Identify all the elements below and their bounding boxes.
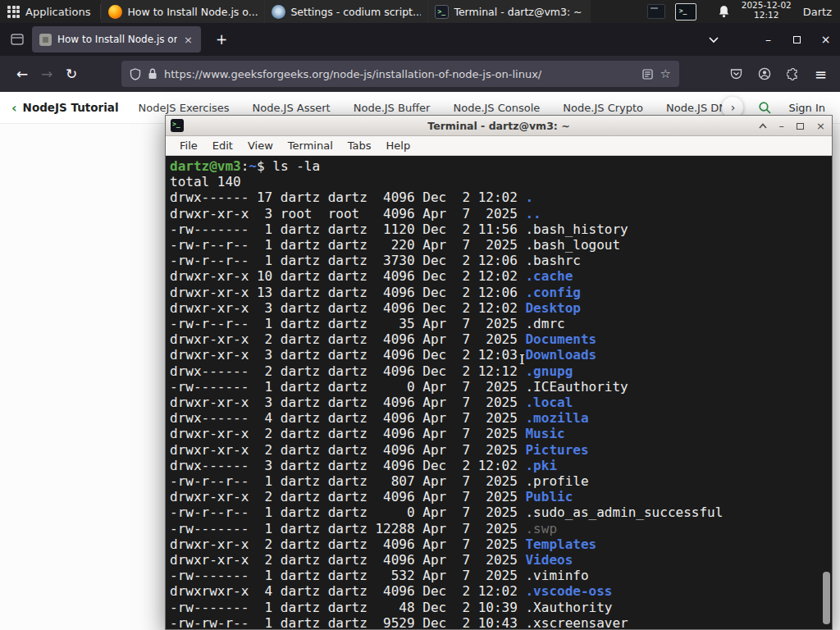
terminal-line: drwxr-xr-x 3 dartz dartz 4096 Dec 2 12:0… [170,300,819,316]
url-text[interactable]: https://www.geeksforgeeks.org/node-js/in… [164,68,636,80]
terminal-line: -rw-r--r-- 1 dartz dartz 35 Apr 7 2025 .… [170,316,819,331]
bookmark-star-icon[interactable]: ☆ [660,66,670,81]
back-button[interactable]: ← [10,62,34,86]
terminal-shade-icon[interactable] [759,123,767,129]
lock-icon[interactable] [148,68,158,80]
reader-mode-icon[interactable] [642,69,653,80]
terminal-line: drwxr-xr-x 2 dartz dartz 4096 Apr 7 2025… [170,536,819,552]
tab-favicon [39,34,52,46]
terminal-line: dartz@vm3:~$ ls -la [170,158,819,174]
applications-menu-button[interactable]: Applications [0,0,100,23]
terminal-line: -rw-rw-r-- 1 dartz dartz 9529 Dec 2 10:4… [170,615,819,629]
firefox-nav-toolbar: ← → ↻ https://www.geeksforgeeks.org/node… [0,56,840,92]
terminal-line: -rw------- 1 dartz dartz 0 Apr 7 2025 .I… [170,379,819,395]
terminal-line: -rw-r--r-- 1 dartz dartz 807 Apr 7 2025 … [170,473,819,489]
tab-close-icon[interactable]: × [183,34,194,46]
sign-in-button[interactable]: Sign In [788,102,825,114]
list-all-tabs-icon[interactable] [708,36,719,43]
site-search-icon[interactable] [758,101,772,115]
site-nav-links: NodeJS ExercisesNode.JS AssertNode.JS Bu… [139,102,734,114]
clock-date: 2025-12-02 [742,0,792,10]
terminal-menu-terminal[interactable]: Terminal [281,138,340,153]
terminal-menu-help[interactable]: Help [379,138,418,153]
minimize-button[interactable]: – [754,23,783,56]
terminal-title: Terminal - dartz@vm3: ~ [166,120,832,132]
terminal-line: -rw------- 1 dartz dartz 48 Dec 2 10:39 … [170,600,819,615]
terminal-line: -rw-r--r-- 1 dartz dartz 220 Apr 7 2025 … [170,237,819,253]
terminal-line: drwx------ 2 dartz dartz 4096 Dec 2 12:1… [170,363,819,379]
applications-label: Applications [25,6,90,18]
terminal-line: drwxr-xr-x 3 dartz dartz 4096 Apr 7 2025… [170,395,819,410]
new-tab-button[interactable]: + [211,31,232,48]
site-nav-prev-icon[interactable]: ‹ [11,100,17,116]
browser-tab[interactable]: How to Install Node.js on × [32,26,201,52]
panel-spacer [591,0,646,23]
taskbar-item-firefox[interactable]: How to Install Node.js o... [101,0,264,23]
terminal-menu-file[interactable]: File [172,138,205,153]
taskbar: How to Install Node.js o...Settings - co… [101,0,591,23]
terminal-menu-edit[interactable]: Edit [205,138,240,153]
xfce-top-panel: Applications How to Install Node.js o...… [0,0,840,23]
taskbar-item-terminal[interactable]: Terminal - dartz@vm3: ~ [427,0,591,23]
maximize-icon [793,36,801,43]
terminal-line: drwxr-xr-x 2 dartz dartz 4096 Apr 7 2025… [170,426,819,441]
terminal-output-area[interactable]: dartz@vm3:~$ ls -latotal 140drwx------ 1… [166,156,832,629]
tracking-shield-icon[interactable] [130,68,141,80]
terminal-line: drwxr-xr-x 2 dartz dartz 4096 Apr 7 2025… [170,442,819,458]
terminal-scrollbar[interactable] [823,158,830,628]
notifications-bell-icon[interactable] [718,0,730,23]
terminal-title-bar[interactable]: Terminal - dartz@vm3: ~ – × [166,116,832,136]
terminal-menu-view[interactable]: View [240,138,281,153]
site-nav-link[interactable]: Node.JS Crypto [563,102,643,114]
terminal-maximize-button[interactable] [797,123,804,130]
close-button[interactable]: × [811,23,840,56]
site-nav-link[interactable]: Node.JS Buffer [354,102,431,114]
terminal-line: drwx------ 3 dartz dartz 4096 Dec 2 12:0… [170,458,819,473]
desktop-screen: Applications How to Install Node.js o...… [0,0,840,630]
terminal-line: drwxr-xr-x 2 dartz dartz 4096 Apr 7 2025… [170,489,819,504]
window-controls: – × [754,23,840,56]
user-menu[interactable]: Dartz [803,0,832,23]
firefox-view-icon[interactable] [10,32,25,47]
toolbar-right-icons: ≡ [730,66,827,83]
clock[interactable]: 2025-12-02 12:12 [742,0,792,23]
terminal-menu-bar: FileEditViewTerminalTabsHelp [166,136,832,156]
terminal-line: -rw------- 1 dartz dartz 12288 Apr 7 202… [170,521,819,536]
tray-window-icon[interactable] [647,4,665,19]
account-icon[interactable] [758,67,771,80]
site-nav-link[interactable]: NodeJS Exercises [139,102,230,114]
terminal-line: drwxr-xr-x 2 dartz dartz 4096 Apr 7 2025… [170,552,819,568]
site-nav-link[interactable]: Node.JS Assert [253,102,331,114]
tab-title: How to Install Node.js on [57,34,177,45]
maximize-button[interactable] [783,23,811,56]
terminal-line: drwxr-xr-x 10 dartz dartz 4096 Dec 2 12:… [170,268,819,284]
terminal-close-button[interactable]: × [816,120,825,132]
terminal-icon [435,5,449,19]
tray-terminal-icon[interactable] [675,3,696,21]
terminal-app-icon [171,119,184,132]
terminal-line: drwxr-xr-x 2 dartz dartz 4096 Apr 7 2025… [170,331,819,347]
menu-hamburger-icon[interactable]: ≡ [815,66,827,83]
terminal-window-controls: – × [759,116,825,136]
terminal-line: -rw-r--r-- 1 dartz dartz 0 Apr 7 2025 .s… [170,504,819,520]
applications-icon [7,6,20,18]
terminal-line: -rw------- 1 dartz dartz 532 Apr 7 2025 … [170,568,819,583]
taskbar-item-settings[interactable]: Settings - codium script... [264,0,427,23]
terminal-line: drwxr-xr-x 13 dartz dartz 4096 Dec 2 12:… [170,285,819,300]
terminal-line: -rw------- 1 dartz dartz 1120 Dec 2 11:5… [170,221,819,237]
terminal-line: total 140 [170,174,819,189]
reload-button[interactable]: ↻ [59,62,84,86]
terminal-window: Terminal - dartz@vm3: ~ – × FileEditView… [165,115,833,630]
url-bar[interactable]: https://www.geeksforgeeks.org/node-js/in… [121,61,679,87]
site-nav-featured-link[interactable]: NodeJS Tutorial [23,101,119,114]
extensions-icon[interactable] [787,68,799,80]
terminal-minimize-button[interactable]: – [779,120,785,132]
pocket-icon[interactable] [730,68,742,80]
terminal-menu-tabs[interactable]: Tabs [340,138,379,153]
clock-time: 12:12 [742,10,792,20]
terminal-output: dartz@vm3:~$ ls -latotal 140drwx------ 1… [166,156,832,629]
forward-button[interactable]: → [34,62,59,86]
taskbar-item-title: Terminal - dartz@vm3: ~ [454,6,582,18]
site-nav-link[interactable]: Node.JS Console [453,102,540,114]
terminal-scrollbar-thumb[interactable] [823,572,830,624]
